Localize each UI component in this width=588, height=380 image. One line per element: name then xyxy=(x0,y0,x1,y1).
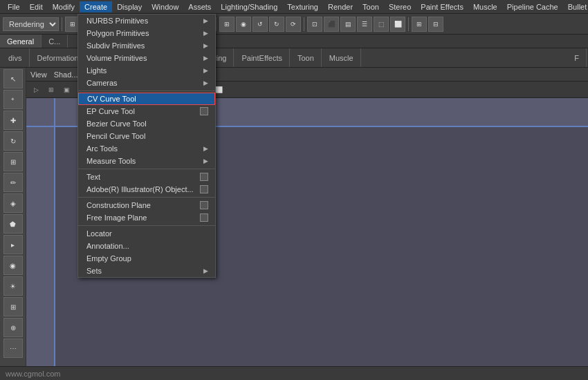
tool-btn-3[interactable]: ✚ xyxy=(3,111,23,130)
tab2-f[interactable]: F xyxy=(567,48,587,67)
text-option-box[interactable] xyxy=(200,173,208,181)
scale-icon: ⊞ xyxy=(10,158,16,166)
menu-free-image-plane[interactable]: Free Image Plane xyxy=(78,211,215,224)
menu-bezier-curve-tool[interactable]: Bezier Curve Tool xyxy=(78,117,215,130)
toolbar-btn-14[interactable]: ⟳ xyxy=(286,17,301,32)
menu-paint-effects[interactable]: Paint Effects xyxy=(416,1,468,12)
menu-sets[interactable]: Sets ▶ xyxy=(78,265,215,277)
tool-btn-11[interactable]: ☀ xyxy=(3,276,23,296)
menu-create[interactable]: Create xyxy=(80,1,112,12)
separator-2 xyxy=(78,169,215,169)
toolbar-separator-3 xyxy=(304,17,304,31)
rendering-dropdown[interactable]: Rendering xyxy=(3,17,59,31)
toolbar-btn-20[interactable]: ⬜ xyxy=(390,17,405,32)
menu-pipeline-cache[interactable]: Pipeline Cache xyxy=(502,1,563,12)
grid-icon: ⊞ xyxy=(10,303,16,311)
menu-annotation[interactable]: Annotation... xyxy=(78,240,215,252)
toolbar-btn-10[interactable]: ⊞ xyxy=(219,17,235,32)
menu-nurbs-primitives[interactable]: NURBS Primitives ▶ xyxy=(78,15,215,27)
tool-btn-5[interactable]: ⊞ xyxy=(3,152,23,171)
menu-measure-tools[interactable]: Measure Tools ▶ xyxy=(78,155,215,167)
menu-cameras[interactable]: Cameras ▶ xyxy=(78,77,215,89)
menu-texturing[interactable]: Texturing xyxy=(282,1,323,12)
menu-polygon-primitives[interactable]: Polygon Primitives ▶ xyxy=(78,27,215,39)
vp-btn-1[interactable]: ▷ xyxy=(29,84,43,96)
menu-locator[interactable]: Locator xyxy=(78,227,215,240)
tool-btn-7[interactable]: ◈ xyxy=(3,193,23,213)
toolbar-btn-18[interactable]: ☰ xyxy=(357,17,372,32)
menu-window[interactable]: Window xyxy=(147,1,183,12)
menu-muscle[interactable]: Muscle xyxy=(468,1,502,12)
menu-modify[interactable]: Modify xyxy=(48,1,80,12)
toolbar-icon-13: ↻ xyxy=(274,21,279,28)
arc-tools-label: Arc Tools xyxy=(86,144,118,153)
tab2-muscle[interactable]: Muscle xyxy=(322,48,361,67)
ep-curve-option-box[interactable] xyxy=(200,107,208,115)
toolbar-btn-15[interactable]: ⊡ xyxy=(307,17,322,32)
cam-icon: ◉ xyxy=(10,262,16,269)
menu-volume-primitives[interactable]: Volume Primitives ▶ xyxy=(78,52,215,64)
menu-construction-plane[interactable]: Construction Plane xyxy=(78,199,215,211)
vp-btn-3[interactable]: ▣ xyxy=(59,84,73,96)
shading-menu[interactable]: Shad... xyxy=(54,70,78,79)
construction-plane-option-box[interactable] xyxy=(200,201,208,209)
tab-general[interactable]: General xyxy=(0,35,42,48)
vp-btn-2[interactable]: ⊞ xyxy=(44,84,58,96)
menu-display[interactable]: Display xyxy=(112,1,147,12)
empty-group-label: Empty Group xyxy=(86,254,131,263)
tab-curves[interactable]: C... xyxy=(42,35,68,48)
tool-btn-14[interactable]: ⋯ xyxy=(3,339,23,358)
move-icon: ✚ xyxy=(10,117,16,124)
menu-lighting-shading[interactable]: Lighting/Shading xyxy=(216,1,282,12)
menu-cv-curve-tool[interactable]: CV Curve Tool xyxy=(78,93,215,105)
toolbar-btn-17[interactable]: ▤ xyxy=(340,17,356,32)
toolbar-icon-15: ⊡ xyxy=(312,21,318,28)
tool-btn-4[interactable]: ↻ xyxy=(3,131,23,151)
menu-assets[interactable]: Assets xyxy=(183,1,216,12)
tool-btn-2[interactable]: ⌖ xyxy=(3,90,23,109)
polygon-primitives-arrow: ▶ xyxy=(203,30,208,37)
toolbar-icon-11: ◉ xyxy=(241,21,246,28)
toolbar-btn-19[interactable]: ⬚ xyxy=(374,17,389,32)
tool-btn-13[interactable]: ⊕ xyxy=(3,318,23,337)
menu-ep-curve-tool[interactable]: EP Curve Tool xyxy=(78,105,215,117)
tool-btn-10[interactable]: ◉ xyxy=(3,256,23,275)
menu-bullet[interactable]: Bullet xyxy=(563,1,588,12)
menu-text[interactable]: Text xyxy=(78,171,215,183)
menu-file[interactable]: File xyxy=(3,1,25,12)
text-label: Text xyxy=(86,173,100,181)
toolbar-btn-21[interactable]: ⊞ xyxy=(412,17,427,32)
menu-toon[interactable]: Toon xyxy=(358,1,384,12)
tab2-divs[interactable]: divs xyxy=(1,48,30,67)
cameras-arrow: ▶ xyxy=(203,79,208,86)
vp-icon-13: ⬜ xyxy=(215,86,223,93)
toolbar-icon-20: ⬜ xyxy=(394,21,402,28)
tool-btn-9[interactable]: ▸ xyxy=(3,235,23,254)
tab2-toon[interactable]: Toon xyxy=(291,48,322,67)
toolbar-btn-11[interactable]: ◉ xyxy=(236,17,251,32)
subdiv-primitives-label: Subdiv Primitives xyxy=(86,41,145,50)
menu-edit[interactable]: Edit xyxy=(25,1,48,12)
polygon-primitives-label: Polygon Primitives xyxy=(86,29,149,37)
toolbar-btn-13[interactable]: ↻ xyxy=(269,17,284,32)
toolbar-icon-22: ⊟ xyxy=(433,21,439,28)
menu-subdiv-primitives[interactable]: Subdiv Primitives ▶ xyxy=(78,39,215,52)
view-menu[interactable]: View xyxy=(30,70,47,79)
menu-render[interactable]: Render xyxy=(323,1,358,12)
tab2-painteffects[interactable]: PaintEffects xyxy=(235,48,290,67)
menu-empty-group[interactable]: Empty Group xyxy=(78,252,215,265)
toolbar-btn-12[interactable]: ↺ xyxy=(252,17,268,32)
select-tool-btn[interactable]: ↖ xyxy=(3,69,23,88)
menu-stereo[interactable]: Stereo xyxy=(384,1,416,12)
toolbar-btn-22[interactable]: ⊟ xyxy=(428,17,443,32)
menu-adobe[interactable]: Adobe(R) Illustrator(R) Object... xyxy=(78,183,215,196)
adobe-option-box[interactable] xyxy=(200,185,208,193)
toolbar-btn-16[interactable]: ⬛ xyxy=(324,17,339,32)
free-image-plane-option-box[interactable] xyxy=(200,213,208,222)
menu-arc-tools[interactable]: Arc Tools ▶ xyxy=(78,142,215,155)
tool-btn-8[interactable]: ⬟ xyxy=(3,214,23,234)
menu-pencil-curve-tool[interactable]: Pencil Curve Tool xyxy=(78,130,215,142)
menu-lights[interactable]: Lights ▶ xyxy=(78,64,215,77)
tool-btn-12[interactable]: ⊞ xyxy=(3,297,23,316)
tool-btn-6[interactable]: ✏ xyxy=(3,173,23,192)
